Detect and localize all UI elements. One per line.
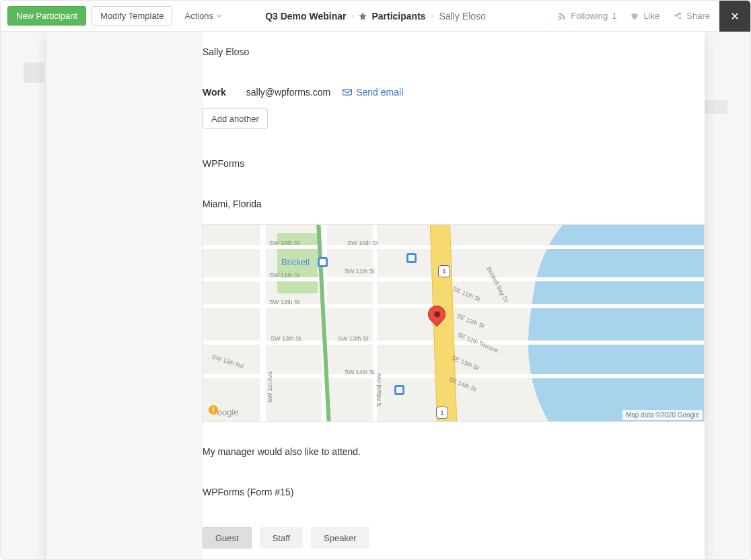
map-place-label: Brickell [281, 257, 310, 267]
panel-form-area: Name Sally Eloso Email Work sally@wpform… [203, 32, 705, 559]
map-street-label: SW 15th Rd [211, 353, 244, 370]
crumb-leaf: Sally Eloso [439, 11, 486, 22]
metro-station-icon [318, 257, 328, 267]
name-value: Sally Eloso [203, 46, 705, 57]
share-icon [673, 11, 682, 21]
add-another-button[interactable]: Add another [203, 108, 268, 129]
company-value: WPForms [203, 158, 705, 169]
role-speaker-label: Speaker [324, 533, 356, 543]
map-street-label: SW 10th St [347, 240, 378, 246]
map-street-label: SW 10th St [269, 240, 300, 246]
warning-icon: ! [209, 405, 218, 415]
chevron-down-icon [216, 13, 222, 19]
modify-template-button[interactable]: Modify Template [92, 6, 172, 26]
following-button[interactable]: Following 1 [557, 11, 616, 21]
map-street-label: SE 11th St [452, 285, 482, 302]
share-button[interactable]: Share [673, 11, 710, 21]
comments-value: My manager would also like to attend. [203, 446, 705, 457]
map-street-label: SW 11th St [269, 272, 300, 279]
role-guest-button[interactable]: Guest [203, 527, 252, 549]
heart-icon [630, 11, 639, 21]
toolbar-right: Following 1 Like Share [557, 1, 750, 32]
location-value: Miami, Florida [203, 199, 705, 209]
close-button[interactable] [719, 1, 750, 32]
top-toolbar: New Participant Modify Template Actions … [1, 1, 750, 32]
map-road [260, 225, 266, 421]
send-email-link[interactable]: Send email [356, 87, 403, 98]
map-attribution: Map data ©2020 Google [622, 410, 703, 420]
following-label: Following [571, 11, 608, 21]
new-participant-label: New Participant [16, 11, 77, 21]
field-row-registered: Registered From WPForms (Form #15) [203, 487, 705, 501]
map-street-label: SW 13th St [271, 335, 301, 342]
hwy-shield-icon: 1 [438, 265, 450, 277]
role-staff-label: Staff [273, 533, 291, 543]
map-street-label: Brickell Bay Dr [485, 266, 510, 304]
map-street-label: SW 13th St [338, 335, 369, 342]
role-staff-button[interactable]: Staff [260, 527, 303, 549]
email-value: sally@wpforms.com [246, 87, 330, 98]
metro-station-icon [406, 253, 417, 263]
field-row-email: Email Work sally@wpforms.com Send email … [203, 87, 705, 129]
field-row-name: Name Sally Eloso [203, 46, 705, 61]
map[interactable]: Brickell SW 10th St SW 10th St SW 11th S… [203, 224, 705, 422]
modify-template-label: Modify Template [100, 11, 164, 21]
share-label: Share [686, 11, 710, 21]
actions-label: Actions [184, 11, 213, 21]
star-icon [358, 11, 367, 21]
email-type: Work [203, 87, 226, 98]
map-street-label: SW.14th St [345, 369, 375, 376]
chevron-right-icon: › [431, 11, 434, 21]
crumb-root[interactable]: Q3 Demo Webinar [265, 11, 346, 22]
like-button[interactable]: Like [630, 11, 659, 21]
role-speaker-button[interactable]: Speaker [311, 527, 369, 549]
following-count: 1 [612, 11, 616, 21]
actions-dropdown[interactable]: Actions [184, 11, 222, 21]
close-icon [730, 11, 740, 21]
rss-icon [557, 11, 567, 21]
add-another-label: Add another [211, 114, 259, 124]
detail-panel: Name Sally Eloso Email Work sally@wpform… [46, 32, 705, 559]
role-guest-label: Guest [215, 533, 239, 543]
hwy-shield-icon: 1 [436, 407, 448, 419]
map-street-label: S Miami Ave [376, 373, 382, 407]
map-street-label: SW 1st Ave [266, 372, 273, 403]
map-provider-logo: ! oogle [210, 407, 239, 417]
svg-rect-0 [343, 90, 352, 95]
map-street-label: SE 12th St [456, 312, 486, 329]
new-participant-button[interactable]: New Participant [7, 6, 86, 26]
crumb-participants[interactable]: Participants [371, 11, 425, 22]
field-row-company: Company WPForms [203, 158, 705, 173]
like-label: Like [643, 11, 659, 21]
field-row-location: Location Miami, Florida [203, 199, 705, 213]
mail-icon [343, 88, 352, 96]
metro-station-icon [394, 385, 404, 395]
breadcrumb: Q3 Demo Webinar › Participants › Sally E… [264, 11, 487, 22]
bg-ghost-block [24, 63, 44, 83]
map-street-label: SW.11th St [345, 268, 375, 275]
field-row-role: Role Guest Staff Speaker [203, 527, 705, 549]
field-row-comments: Comments My manager would also like to a… [203, 446, 705, 461]
chevron-right-icon: › [351, 11, 354, 21]
map-street-label: SW 12th St [269, 299, 300, 306]
panel-left-sidebar [46, 32, 203, 559]
registered-value: WPForms (Form #15) [203, 487, 705, 497]
